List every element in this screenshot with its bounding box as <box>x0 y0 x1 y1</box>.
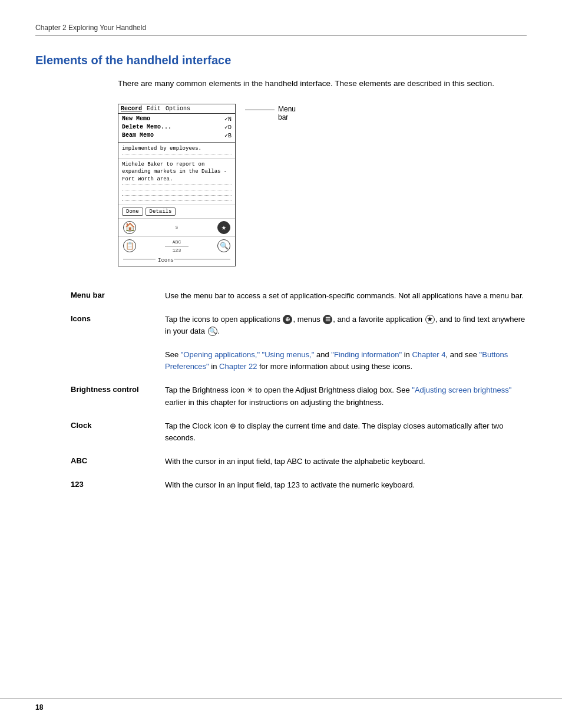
footer-line <box>0 698 562 699</box>
mockup-icons-bottom: 📋 ABC 123 🔍 <box>118 237 235 254</box>
def-icons: Tap the icons to open applications ⊕, me… <box>165 314 527 373</box>
desc-row-brightness: Brightness control Tap the Brightness ic… <box>71 384 527 408</box>
page-container: Chapter 2 Exploring Your Handheld Elemen… <box>0 0 562 538</box>
dropdown-row-2: Delete Memo... ✓D <box>122 123 232 131</box>
mockup-text-1: implemented by employees. <box>118 143 235 159</box>
find-icon: 🔍 <box>217 239 230 252</box>
link-adjusting-brightness[interactable]: "Adjusting screen brightness" <box>412 386 511 394</box>
find-icon-inline: 🔍 <box>208 327 217 336</box>
icons-underline-right <box>174 259 230 259</box>
dropdown-shortcut-3: ✓B <box>224 132 232 139</box>
dropdown-beam-memo: Beam Memo <box>122 132 154 139</box>
memo-icon: 📋 <box>123 239 136 252</box>
menu-bar-label: Menubar <box>278 105 296 121</box>
desc-row-menu-bar: Menu bar Use the menu bar to access a se… <box>71 290 527 302</box>
icons-caption-text: Icons <box>158 258 174 263</box>
dropdown-row-3: Beam Memo ✓B <box>122 131 232 140</box>
icons-line1: Tap the icons to open applications ⊕, me… <box>165 314 527 337</box>
handheld-mockup: Record Edit Options New Memo ✓N Delete M… <box>118 104 236 266</box>
icons-line2: See "Opening applications," "Using menus… <box>165 349 527 373</box>
term-clock: Clock <box>71 420 165 430</box>
section-title: Elements of the handheld interface <box>35 54 527 67</box>
diagram-area: Record Edit Options New Memo ✓N Delete M… <box>118 104 527 266</box>
link-chapter4[interactable]: Chapter 4 <box>412 350 445 359</box>
menu-edit: Edit <box>147 106 161 112</box>
desc-row-icons: Icons Tap the icons to open applications… <box>71 314 527 373</box>
dropdown-new-memo: New Memo <box>122 116 150 123</box>
mockup-text-2: Michele Baker to report on expanding mar… <box>118 159 235 205</box>
diagram-annotations: Menubar <box>245 104 296 121</box>
dropdown-shortcut-1: ✓N <box>224 116 232 123</box>
dropdown-shortcut-2: ✓D <box>224 124 232 131</box>
link-finding-info[interactable]: "Finding information" <box>331 350 402 359</box>
breadcrumb: Chapter 2 Exploring Your Handheld <box>35 24 527 36</box>
def-brightness: Tap the Brightness icon ✳ to open the Ad… <box>165 384 527 408</box>
menu-record: Record <box>121 106 142 112</box>
desc-row-123: 123 With the cursor in an input field, t… <box>71 479 527 491</box>
link-chapter22[interactable]: Chapter 22 <box>219 362 257 371</box>
icons-label-area: Icons <box>118 255 235 266</box>
dropdown-row-1: New Memo ✓N <box>122 115 232 123</box>
intro-text: There are many common elements in the ha… <box>118 78 527 90</box>
mockup-buttons-row: Done Details <box>118 205 235 219</box>
star-icon: ★ <box>217 221 230 234</box>
menu-bar-arrow <box>245 110 275 110</box>
center-line <box>165 246 189 246</box>
term-123: 123 <box>71 479 165 489</box>
menu-options: Options <box>166 106 190 112</box>
icons-underline <box>123 259 156 259</box>
icon-separator: s <box>175 225 178 230</box>
def-menu-bar: Use the menu bar to access a set of appl… <box>165 290 527 302</box>
fav-icon-inline: ★ <box>425 315 435 324</box>
dotted-divider-1 <box>122 154 232 154</box>
term-icons: Icons <box>71 314 165 323</box>
description-table: Menu bar Use the menu bar to access a se… <box>71 290 527 492</box>
def-abc: With the cursor in an input field, tap A… <box>165 456 527 467</box>
page-number: 18 <box>35 703 43 711</box>
num-label: 123 <box>173 248 181 253</box>
def-123: With the cursor in an input field, tap 1… <box>165 479 527 491</box>
def-clock: Tap the Clock icon ⊕ to display the curr… <box>165 420 527 444</box>
term-abc: ABC <box>71 456 165 465</box>
dotted-divider-2 <box>122 185 232 185</box>
desc-row-clock: Clock Tap the Clock icon ⊕ to display th… <box>71 420 527 444</box>
dotted-divider-4 <box>122 195 232 196</box>
dotted-divider-3 <box>122 190 232 190</box>
mockup-done-button: Done <box>122 207 143 216</box>
link-opening-apps[interactable]: "Opening applications," "Using menus," <box>181 350 315 359</box>
bottom-center: ABC 123 <box>165 239 189 253</box>
mockup-menu-bar: Record Edit Options <box>118 104 235 114</box>
abc-label: ABC <box>173 239 181 245</box>
desc-row-abc: ABC With the cursor in an input field, t… <box>71 456 527 467</box>
mockup-details-button: Details <box>146 207 176 216</box>
mockup-icons-top: 🏠 s ★ <box>118 219 235 237</box>
dotted-divider-5 <box>122 200 232 201</box>
dropdown-delete-memo: Delete Memo... <box>122 124 171 131</box>
home-icon: 🏠 <box>123 221 136 234</box>
mockup-dropdown: New Memo ✓N Delete Memo... ✓D Beam Memo … <box>118 114 235 143</box>
menu-bar-annotation: Menubar <box>245 105 296 121</box>
apps-icon-inline: ⊕ <box>283 315 292 324</box>
term-brightness: Brightness control <box>71 384 165 394</box>
term-menu-bar: Menu bar <box>71 290 165 299</box>
menus-icon-inline: ☰ <box>323 315 332 324</box>
